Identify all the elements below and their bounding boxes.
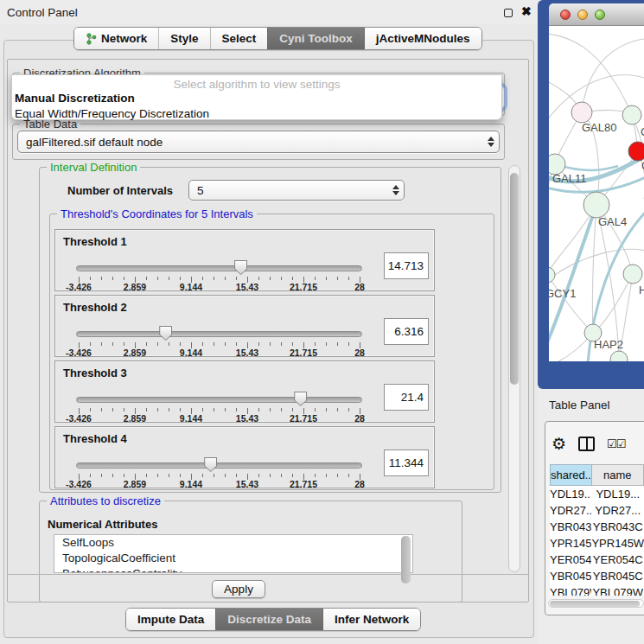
tick-mark bbox=[180, 277, 181, 280]
table-row[interactable]: YBL079WYBL079W bbox=[550, 584, 644, 596]
threshold-value-field[interactable]: 11.344 bbox=[384, 450, 429, 476]
number-of-intervals-value: 5 bbox=[189, 184, 388, 197]
scrollbar-thumb[interactable] bbox=[510, 173, 519, 385]
gear-icon[interactable]: ⚙ bbox=[552, 436, 566, 452]
tick-mark bbox=[90, 277, 91, 280]
table-cell[interactable]: YDL19... bbox=[591, 486, 644, 502]
table-row[interactable]: YBR043CYBR043C bbox=[550, 519, 644, 535]
tick-label: 21.715 bbox=[290, 413, 317, 424]
table-cell[interactable]: YER054C bbox=[550, 552, 591, 568]
table-panel-toolbar: ⚙ ☑☑ bbox=[552, 428, 644, 459]
tick-mark bbox=[169, 342, 169, 346]
table-data-combobox[interactable]: galFiltered.sif default node bbox=[17, 131, 500, 153]
tab-jactivemnodules[interactable]: jActiveMNodules bbox=[364, 28, 481, 49]
network-node-pink[interactable] bbox=[571, 102, 592, 123]
table-row[interactable]: YBR045CYBR045C bbox=[550, 568, 644, 584]
tab-network[interactable]: Network bbox=[74, 28, 158, 49]
tab-select[interactable]: Select bbox=[210, 28, 268, 49]
table-cell[interactable]: YDR27... bbox=[550, 502, 591, 519]
slider-thumb[interactable] bbox=[204, 457, 217, 472]
columns-icon[interactable] bbox=[578, 437, 595, 451]
tick-mark bbox=[214, 277, 214, 280]
tick-mark bbox=[112, 342, 113, 346]
threshold-label: Threshold 1 bbox=[63, 235, 127, 248]
zoom-traffic-light-icon[interactable] bbox=[595, 10, 605, 20]
threshold-value-field[interactable]: 14.713 bbox=[384, 252, 429, 279]
network-node-green[interactable] bbox=[549, 267, 555, 283]
slider-thumb[interactable] bbox=[159, 326, 172, 341]
table-cell[interactable]: YDR27... bbox=[591, 502, 644, 519]
threshold-value-field[interactable]: 21.4 bbox=[384, 384, 429, 411]
table-row[interactable]: YPR145WYPR145W bbox=[550, 535, 644, 552]
attributes-scrollbar-thumb[interactable] bbox=[401, 536, 411, 583]
tick-mark bbox=[236, 277, 237, 280]
table-horizontal-scrollbar[interactable] bbox=[548, 599, 644, 608]
table-cell[interactable]: YBR043C bbox=[591, 519, 644, 535]
threshold-panel-2: Threshold 2-3.4262.8599.14415.4321.71528… bbox=[54, 295, 435, 357]
attribute-list-item[interactable]: SelfLoops bbox=[54, 535, 412, 551]
table-cell[interactable]: YPR145W bbox=[591, 535, 644, 552]
minimize-traffic-light-icon[interactable] bbox=[577, 10, 588, 20]
tick-mark bbox=[258, 277, 259, 280]
number-of-intervals-combobox[interactable]: 5 bbox=[188, 180, 405, 201]
tab-style[interactable]: Style bbox=[158, 28, 209, 49]
tick-label: 21.715 bbox=[290, 348, 317, 358]
tab-impute-data[interactable]: Impute Data bbox=[126, 609, 215, 630]
checkbox-icons[interactable]: ☑☑ bbox=[607, 437, 625, 450]
table-cell[interactable]: YBR043C bbox=[550, 519, 591, 535]
algorithm-option[interactable]: Equal Width/Frequency Discretization bbox=[12, 106, 501, 122]
attribute-list-item[interactable]: BetweennessCentrality bbox=[54, 566, 412, 573]
tab-infer-network[interactable]: Infer Network bbox=[322, 609, 420, 630]
tick-mark bbox=[292, 342, 293, 346]
table-cell[interactable]: YER054C bbox=[591, 552, 644, 568]
close-icon[interactable]: ✖ bbox=[521, 4, 532, 18]
algorithm-option[interactable]: Manual Discretization bbox=[12, 91, 501, 106]
network-canvas[interactable]: GAL80GCGAL11GAL4GCY1HHAP2 bbox=[549, 26, 644, 361]
tick-mark bbox=[315, 277, 316, 280]
tick-mark bbox=[236, 474, 237, 477]
table-cell[interactable]: YBL079W bbox=[550, 584, 591, 596]
tick-mark bbox=[281, 474, 282, 477]
table-row[interactable]: YDR27...YDR27... bbox=[550, 502, 644, 519]
numerical-attributes-list[interactable]: SelfLoopsTopologicalCoefficientBetweenne… bbox=[54, 534, 413, 573]
network-window-titlebar[interactable] bbox=[549, 3, 644, 26]
network-node-red[interactable] bbox=[628, 142, 644, 161]
screenshot-root: Control Panel ✖ NetworkStyleSelectCyni T… bbox=[0, 0, 644, 644]
node-table[interactable]: shared... name YDL19...YDL19...YDR27...Y… bbox=[550, 464, 644, 596]
column-header-name[interactable]: name bbox=[592, 464, 644, 486]
slider-track[interactable] bbox=[76, 265, 362, 271]
tick-mark bbox=[169, 474, 169, 477]
apply-button[interactable]: Apply bbox=[212, 580, 265, 598]
tick-mark bbox=[157, 408, 158, 411]
slider-thumb[interactable] bbox=[234, 260, 247, 275]
table-cell[interactable]: YDL19... bbox=[550, 486, 591, 502]
scrollbar-thumb[interactable] bbox=[550, 601, 640, 607]
table-row[interactable]: YDL19...YDL19... bbox=[550, 486, 644, 502]
close-traffic-light-icon[interactable] bbox=[560, 10, 571, 20]
table-cell[interactable]: YBL079W bbox=[591, 584, 644, 596]
tick-mark bbox=[258, 342, 259, 346]
table-cell[interactable]: YPR145W bbox=[550, 535, 591, 552]
tab-cyni-toolbox[interactable]: Cyni Toolbox bbox=[267, 28, 364, 49]
network-node-green[interactable] bbox=[610, 351, 628, 361]
control-panel-title: Control Panel bbox=[7, 6, 78, 19]
table-cell[interactable]: YBR045C bbox=[591, 568, 644, 584]
table-cell[interactable]: YBR045C bbox=[550, 568, 591, 584]
float-window-icon[interactable] bbox=[504, 9, 513, 17]
slider-track[interactable] bbox=[76, 462, 362, 469]
network-node-green[interactable] bbox=[583, 192, 609, 218]
slider-track[interactable] bbox=[76, 397, 362, 403]
tick-mark bbox=[146, 277, 147, 280]
top-tab-bar: NetworkStyleSelectCyni ToolboxjActiveMNo… bbox=[73, 27, 482, 50]
column-header-shared-name[interactable]: shared... bbox=[550, 464, 592, 486]
threshold-value-field[interactable]: 6.316 bbox=[384, 318, 429, 345]
table-row[interactable]: YER054CYER054C bbox=[550, 552, 644, 568]
tick-mark bbox=[236, 408, 237, 411]
network-node-green[interactable] bbox=[623, 265, 642, 284]
network-node-green[interactable] bbox=[622, 105, 641, 124]
tab-discretize-data[interactable]: Discretize Data bbox=[215, 609, 322, 630]
slider-thumb[interactable] bbox=[294, 392, 307, 406]
slider-track[interactable] bbox=[76, 331, 362, 337]
attribute-list-item[interactable]: TopologicalCoefficient bbox=[54, 551, 412, 566]
settings-scrollbar[interactable] bbox=[508, 165, 520, 572]
